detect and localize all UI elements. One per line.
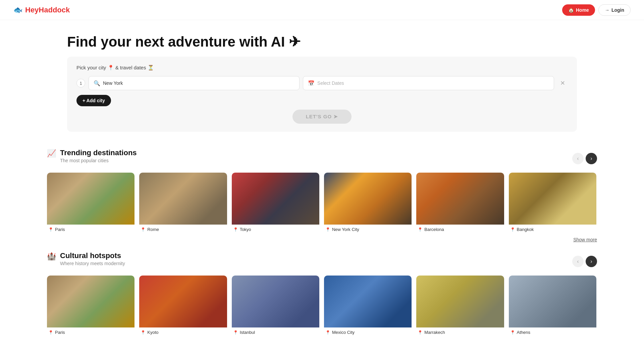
card-label: 📍 Rome xyxy=(139,225,227,233)
city-name: Paris xyxy=(55,227,65,232)
card-label: 📍 Athens xyxy=(509,327,596,336)
card-image xyxy=(509,173,596,225)
city-name: Paris xyxy=(55,330,65,335)
card-image xyxy=(324,276,412,327)
trending-header: 📈 Trending destinations The most popular… xyxy=(47,148,137,163)
destination-card[interactable]: 📍 Rome xyxy=(139,173,227,233)
city-name: Istanbul xyxy=(240,330,255,335)
cultural-section: 🏰 Cultural hotspots Where history meets … xyxy=(0,248,644,340)
destination-card[interactable]: 📍 Kyoto xyxy=(139,276,227,336)
city-name: Marrakech xyxy=(424,330,445,335)
cultural-prev-button[interactable]: ‹ xyxy=(572,256,584,267)
pin-icon: 📍 xyxy=(48,227,53,232)
card-image xyxy=(139,276,227,327)
destination-card[interactable]: 📍 Athens xyxy=(509,276,596,336)
pin-icon: 📍 xyxy=(233,330,238,335)
card-label: 📍 Paris xyxy=(47,225,135,233)
card-image xyxy=(416,276,504,327)
logo-text: HeyHaddock xyxy=(25,6,70,14)
city-name: Mexico City xyxy=(332,330,355,335)
card-image xyxy=(47,276,135,327)
destination-card[interactable]: 📍 Istanbul xyxy=(232,276,319,336)
add-city-button[interactable]: + Add city xyxy=(76,95,111,106)
pin-icon: 📍 xyxy=(510,227,515,232)
trending-nav-row: 📈 Trending destinations The most popular… xyxy=(47,148,597,169)
destination-card[interactable]: 📍 Bangkok xyxy=(509,173,596,233)
home-icon: 🏠 xyxy=(568,7,574,13)
city-name: Tokyo xyxy=(240,227,251,232)
card-label: 📍 Bangkok xyxy=(509,225,596,233)
row-number: 1 xyxy=(76,79,85,87)
show-more-link[interactable]: Show more xyxy=(573,237,597,242)
cultural-arrows: ‹ › xyxy=(572,256,597,267)
trending-icon: 📈 xyxy=(47,149,56,158)
cultural-title: Cultural hotspots xyxy=(60,251,125,260)
calendar-icon: 📅 xyxy=(308,80,315,86)
cultural-next-button[interactable]: › xyxy=(586,256,597,267)
card-label: 📍 Kyoto xyxy=(139,327,227,336)
nav-buttons: 🏠 Home → Login xyxy=(562,4,631,16)
hero-title: Find your next adventure with AI ✈ xyxy=(67,34,577,50)
search-row: 1 🔍 📅 Select Dates ✕ xyxy=(76,76,568,90)
city-search-input[interactable] xyxy=(103,80,294,86)
cultural-cards-row: 📍 Paris 📍 Kyoto 📍 Istanbul 📍 xyxy=(47,276,597,336)
cultural-nav-row: 🏰 Cultural hotspots Where history meets … xyxy=(47,251,597,272)
navbar: 🐟 HeyHaddock 🏠 Home → Login xyxy=(0,0,644,20)
show-more-section: Show more xyxy=(47,233,597,245)
city-name: Barcelona xyxy=(424,227,444,232)
card-label: 📍 Barcelona xyxy=(416,225,504,233)
card-image xyxy=(416,173,504,225)
trending-text: Trending destinations The most popular c… xyxy=(60,148,137,163)
destination-card[interactable]: 📍 Mexico City xyxy=(324,276,412,336)
city-name: Athens xyxy=(517,330,530,335)
destination-card[interactable]: 📍 Marrakech xyxy=(416,276,504,336)
card-label: 📍 Mexico City xyxy=(324,327,412,336)
search-icon: 🔍 xyxy=(94,80,100,86)
logo-icon: 🐟 xyxy=(13,6,22,14)
card-label: 📍 Tokyo xyxy=(232,225,319,233)
login-button[interactable]: → Login xyxy=(598,4,631,16)
cultural-subtitle: Where history meets modernity xyxy=(60,261,125,266)
card-image xyxy=(232,276,319,327)
trending-subtitle: The most popular cities xyxy=(60,158,137,163)
close-button[interactable]: ✕ xyxy=(557,78,568,88)
home-button[interactable]: 🏠 Home xyxy=(562,4,595,16)
card-image xyxy=(139,173,227,225)
trending-prev-button[interactable]: ‹ xyxy=(572,153,584,164)
destination-card[interactable]: 📍 Paris xyxy=(47,173,135,233)
nav-logo[interactable]: 🐟 HeyHaddock xyxy=(13,6,70,14)
pin-icon: 📍 xyxy=(48,330,53,335)
city-name: Kyoto xyxy=(147,330,158,335)
trending-next-button[interactable]: › xyxy=(586,153,597,164)
destination-card[interactable]: 📍 Paris xyxy=(47,276,135,336)
cultural-text: Cultural hotspots Where history meets mo… xyxy=(60,251,125,266)
pin-icon: 📍 xyxy=(325,330,330,335)
trending-arrows: ‹ › xyxy=(572,153,597,164)
destination-card[interactable]: 📍 Barcelona xyxy=(416,173,504,233)
pin-icon: 📍 xyxy=(141,227,146,232)
pin-icon: 📍 xyxy=(233,227,238,232)
city-name: Rome xyxy=(147,227,159,232)
pin-icon: 📍 xyxy=(418,330,423,335)
card-label: 📍 Paris xyxy=(47,327,135,336)
city-search-wrap: 🔍 xyxy=(89,76,300,90)
search-card: Pick your city 📍 & travel dates ⏳ 1 🔍 📅 … xyxy=(67,57,577,132)
pin-icon: 📍 xyxy=(418,227,423,232)
destination-card[interactable]: 📍 Tokyo xyxy=(232,173,319,233)
destination-card[interactable]: 📍 New York City xyxy=(324,173,412,233)
date-placeholder: Select Dates xyxy=(317,80,344,86)
login-icon: → xyxy=(605,7,609,13)
trending-title: Trending destinations xyxy=(60,148,137,157)
card-label: 📍 Istanbul xyxy=(232,327,319,336)
card-image xyxy=(232,173,319,225)
cultural-icon: 🏰 xyxy=(47,252,56,261)
lets-go-button[interactable]: LET'S GO ➤ xyxy=(292,110,352,124)
card-image xyxy=(509,276,596,327)
card-image xyxy=(47,173,135,225)
hero-section: Find your next adventure with AI ✈ Pick … xyxy=(0,20,644,145)
card-image xyxy=(324,173,412,225)
city-name: Bangkok xyxy=(517,227,534,232)
date-input-wrap[interactable]: 📅 Select Dates xyxy=(303,76,554,90)
pin-icon: 📍 xyxy=(325,227,330,232)
pin-icon: 📍 xyxy=(510,330,515,335)
